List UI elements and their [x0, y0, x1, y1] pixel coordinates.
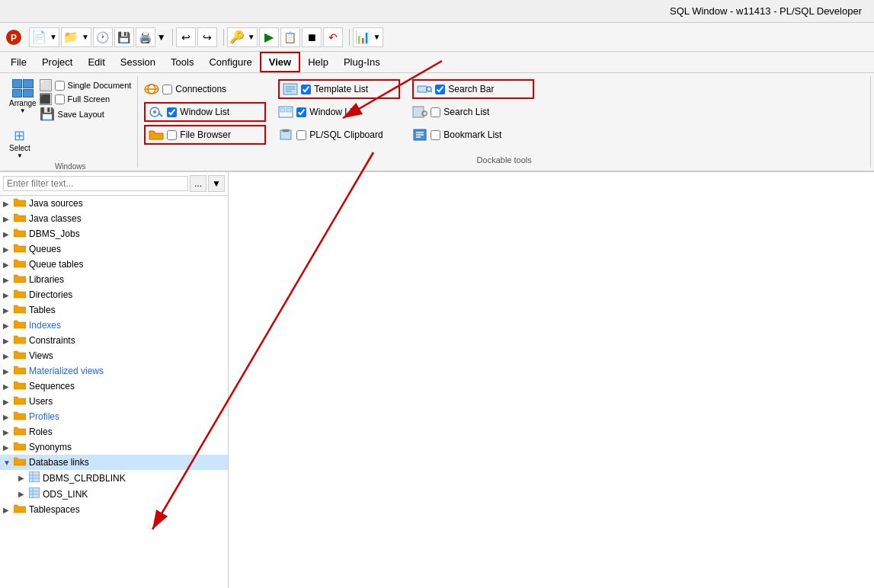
- undo-btn[interactable]: ↩: [176, 27, 196, 47]
- fullscreen-check[interactable]: ⬛ Full Screen: [40, 93, 132, 105]
- menu-edit[interactable]: Edit: [80, 53, 112, 71]
- tree-item-roles[interactable]: ▶ Roles: [0, 424, 228, 439]
- tree-item-java-classes[interactable]: ▶ Java classes: [0, 211, 228, 226]
- expander-sequences: ▶: [3, 382, 14, 391]
- filter-options-btn[interactable]: ...: [190, 175, 206, 192]
- filter-collapse-btn[interactable]: ▼: [208, 175, 225, 192]
- label-profiles: Profiles: [29, 411, 59, 422]
- tree-item-queues[interactable]: ▶ Queues: [0, 241, 228, 257]
- tree-item-dbms-jobs[interactable]: ▶ DBMS_Jobs: [0, 226, 228, 241]
- tools-row-2: Window List Window List: [144, 102, 864, 122]
- fullscreen-checkbox[interactable]: [55, 94, 65, 104]
- expander-queues: ▶: [3, 245, 14, 254]
- arrange-btn[interactable]: Arrange ▼: [9, 79, 37, 121]
- object-browser-checkbox[interactable]: [167, 107, 177, 117]
- ribbon-windows-group: Arrange ▼ ⬜ Single Document ⬛: [3, 76, 138, 168]
- title-bar: SQL Window - w11413 - PL/SQL Developer: [0, 0, 874, 23]
- print-btn[interactable]: 🖨️: [136, 27, 155, 47]
- tree-item-directories[interactable]: ▶ Directories: [0, 287, 228, 302]
- icon-tables: [14, 304, 26, 316]
- single-doc-check[interactable]: ⬜ Single Document: [40, 79, 132, 91]
- run-btn[interactable]: ▶: [259, 27, 279, 47]
- tree-item-dbms-clrdblnk[interactable]: ▶ DBMS_CLRDBLINK: [0, 470, 228, 486]
- expander-roles: ▶: [3, 428, 14, 436]
- menu-configure[interactable]: Configure: [201, 53, 259, 71]
- filter-input[interactable]: [3, 176, 188, 191]
- tree-item-libraries[interactable]: ▶ Libraries: [0, 272, 228, 287]
- tree-item-queue-tables[interactable]: ▶ Queue tables: [0, 257, 228, 272]
- search-bar-item[interactable]: Search Bar: [412, 79, 534, 99]
- tree-item-ods-link[interactable]: ▶ ODS_LINK: [0, 486, 228, 502]
- search-list-label: Search List: [443, 107, 489, 117]
- tree-item-profiles[interactable]: ▶ Profiles: [0, 409, 228, 424]
- icon-materialized-views: [14, 365, 26, 377]
- key-btn[interactable]: 🔑 ▼: [227, 27, 258, 47]
- sidebar: ... ▼ ▶ Java sources▶ Java classes▶ DBMS…: [0, 172, 229, 588]
- plsql-clipboard-checkbox[interactable]: [296, 130, 306, 140]
- back-btn[interactable]: ↶: [323, 27, 343, 47]
- tree-item-tables[interactable]: ▶ Tables: [0, 302, 228, 318]
- menu-view[interactable]: View: [260, 52, 300, 72]
- bookmark-list-item[interactable]: Bookmark List: [412, 127, 534, 142]
- icon-ods-link: [29, 487, 40, 500]
- object-browser-item[interactable]: Window List: [144, 102, 266, 122]
- app-logo: P: [3, 27, 24, 48]
- single-doc-checkbox[interactable]: [55, 81, 65, 91]
- tree-item-constraints[interactable]: ▶ Constraints: [0, 333, 228, 348]
- expander-tablespaces: ▶: [3, 506, 14, 514]
- chart-btn[interactable]: 📊 ▼: [353, 27, 383, 47]
- menu-plugins[interactable]: Plug-Ins: [336, 53, 388, 71]
- open-file-btn[interactable]: 📁 ▼: [61, 27, 91, 47]
- label-indexes: Indexes: [29, 320, 61, 331]
- bookmark-list-label: Bookmark List: [443, 129, 501, 140]
- expander-profiles: ▶: [3, 413, 14, 421]
- connections-item[interactable]: Connections: [144, 81, 266, 97]
- paste-btn[interactable]: 📋: [280, 27, 300, 47]
- tree-item-synonyms[interactable]: ▶ Synonyms: [0, 439, 228, 455]
- save-layout-check[interactable]: 💾 Save Layout: [40, 107, 132, 121]
- search-list-checkbox[interactable]: [431, 107, 440, 117]
- menu-tools[interactable]: Tools: [163, 53, 201, 71]
- tree-item-users[interactable]: ▶ Users: [0, 394, 228, 409]
- label-users: Users: [29, 396, 53, 407]
- tree-item-materialized-views[interactable]: ▶ Materialized views: [0, 363, 228, 379]
- tree-item-database-links[interactable]: ▼ Database links: [0, 455, 228, 470]
- menu-project[interactable]: Project: [34, 53, 80, 71]
- menu-session[interactable]: Session: [113, 53, 163, 71]
- tree-item-sequences[interactable]: ▶ Sequences: [0, 379, 228, 394]
- windows-group-label: Windows: [9, 159, 131, 171]
- window-list-checkbox[interactable]: [296, 107, 306, 117]
- open-recent-btn[interactable]: 🕐: [93, 27, 113, 47]
- file-browser-item[interactable]: File Browser: [144, 125, 266, 145]
- tree-item-views[interactable]: ▶ Views: [0, 348, 228, 363]
- select-btn[interactable]: ⊞ Select ▼: [9, 127, 30, 159]
- bookmark-list-checkbox[interactable]: [431, 130, 440, 140]
- expander-libraries: ▶: [3, 276, 14, 284]
- menu-help[interactable]: Help: [300, 53, 336, 71]
- search-bar-checkbox[interactable]: [435, 85, 445, 94]
- search-list-item[interactable]: Search List: [412, 104, 534, 120]
- icon-synonyms: [14, 441, 26, 453]
- redo-btn[interactable]: ↪: [197, 27, 217, 47]
- window-list-item[interactable]: Window List: [278, 104, 400, 120]
- expander-materialized-views: ▶: [3, 367, 14, 375]
- expander-synonyms: ▶: [3, 443, 14, 452]
- stop-btn[interactable]: ⏹: [302, 27, 322, 47]
- connections-checkbox[interactable]: [162, 85, 172, 94]
- expander-dbms-clrdblnk: ▶: [18, 474, 29, 482]
- tree-item-java-sources[interactable]: ▶ Java sources: [0, 196, 228, 211]
- label-tables: Tables: [29, 305, 56, 315]
- connections-label: Connections: [175, 84, 226, 94]
- plsql-clipboard-item[interactable]: PL/SQL Clipboard: [278, 127, 400, 142]
- tree-item-tablespaces[interactable]: ▶ Tablespaces: [0, 502, 228, 517]
- save-btn[interactable]: 💾: [114, 27, 134, 47]
- template-list-checkbox[interactable]: [301, 85, 311, 94]
- new-file-btn[interactable]: 📄 ▼: [29, 27, 59, 47]
- search-bar-label: Search Bar: [448, 84, 494, 94]
- menu-file[interactable]: File: [3, 53, 34, 71]
- ribbon-dockable-tools: Connections Templ: [138, 76, 871, 168]
- tree-item-indexes[interactable]: ▶ Indexes: [0, 318, 228, 333]
- template-list-item[interactable]: Template List: [278, 79, 400, 99]
- single-doc-label: Single Document: [68, 81, 132, 90]
- file-browser-checkbox[interactable]: [167, 130, 177, 140]
